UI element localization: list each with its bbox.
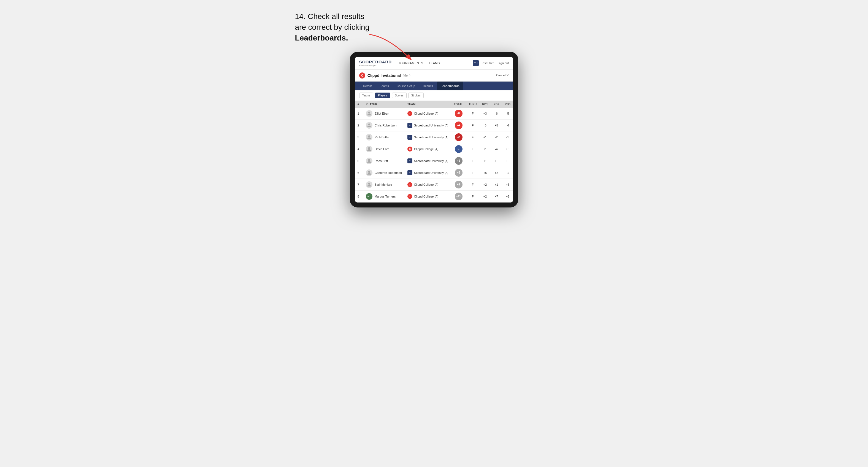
col-thru: THRU bbox=[466, 101, 479, 108]
svg-point-4 bbox=[368, 147, 370, 149]
cell-player: Blair McHarg bbox=[363, 179, 405, 190]
cell-rank: 5 bbox=[355, 155, 363, 167]
cell-rd3: -4 bbox=[502, 119, 513, 131]
top-nav: SCOREBOARD Powered by clippd TOURNAMENTS… bbox=[355, 57, 513, 70]
team-name: Scoreboard University [A] bbox=[414, 159, 448, 162]
cell-rd3: -1 bbox=[502, 131, 513, 143]
cell-player: David Ford bbox=[363, 143, 405, 155]
score-badge: +1 bbox=[455, 157, 463, 165]
tab-details[interactable]: Details bbox=[359, 82, 376, 90]
col-rank: # bbox=[355, 101, 363, 108]
tab-teams[interactable]: Teams bbox=[376, 82, 393, 90]
cell-rd3: E bbox=[502, 155, 513, 167]
cell-team: CClippd College [A] bbox=[405, 179, 451, 190]
cell-rank: 7 bbox=[355, 179, 363, 190]
cell-total: +6 bbox=[451, 167, 466, 179]
col-team: TEAM bbox=[405, 101, 451, 108]
cell-team: CClippd College [A] bbox=[405, 143, 451, 155]
tab-course-setup[interactable]: Course Setup bbox=[393, 82, 419, 90]
tab-results[interactable]: Results bbox=[419, 82, 437, 90]
cell-rd2: -6 bbox=[491, 108, 502, 120]
cell-team: ≡Scoreboard University [A] bbox=[405, 167, 451, 179]
leaderboard-table: # PLAYER TEAM TOTAL THRU RD1 RD2 RD3 1El… bbox=[355, 101, 513, 203]
cancel-button[interactable]: Cancel ✕ bbox=[496, 73, 509, 77]
cell-player: MTMarcus Turners bbox=[363, 190, 405, 202]
instruction-bold: Leaderboards. bbox=[295, 34, 348, 42]
cell-rank: 2 bbox=[355, 119, 363, 131]
cell-rd1: +3 bbox=[479, 108, 491, 120]
team-name: Clippd College [A] bbox=[414, 183, 438, 186]
cell-rank: 6 bbox=[355, 167, 363, 179]
player-name: Blair McHarg bbox=[375, 183, 392, 186]
cell-player: Elliot Ebert bbox=[363, 108, 405, 120]
cell-rd2: E bbox=[491, 155, 502, 167]
cell-team: CClippd College [A] bbox=[405, 108, 451, 120]
cell-thru: F bbox=[466, 167, 479, 179]
table-row: 2Chris Robertson≡Scoreboard University [… bbox=[355, 119, 513, 131]
nav-right: TU Test User | Sign out bbox=[473, 60, 509, 66]
user-name: Test User | bbox=[481, 61, 495, 65]
cell-total: +1 bbox=[451, 155, 466, 167]
cell-total: +11 bbox=[451, 190, 466, 202]
cell-rd3: +3 bbox=[502, 143, 513, 155]
sign-out-link[interactable]: Sign out bbox=[498, 61, 509, 65]
cell-thru: F bbox=[466, 119, 479, 131]
cell-rd2: -2 bbox=[491, 131, 502, 143]
nav-teams[interactable]: TEAMS bbox=[429, 60, 440, 66]
cell-player: Rees Britt bbox=[363, 155, 405, 167]
cell-thru: F bbox=[466, 155, 479, 167]
cell-total: E bbox=[451, 143, 466, 155]
cell-rd3: +6 bbox=[502, 179, 513, 190]
svg-point-6 bbox=[368, 171, 370, 173]
score-badge: -2 bbox=[455, 133, 463, 141]
svg-point-2 bbox=[368, 123, 370, 125]
cell-rd3: -1 bbox=[502, 167, 513, 179]
cell-total: -2 bbox=[451, 131, 466, 143]
instruction-line2: are correct by clicking bbox=[295, 23, 370, 31]
table-header: # PLAYER TEAM TOTAL THRU RD1 RD2 RD3 bbox=[355, 101, 513, 108]
team-name: Scoreboard University [A] bbox=[414, 171, 448, 175]
filter-bar: Teams Players Scores Strokes bbox=[355, 90, 513, 101]
cell-team: CClippd College [A] bbox=[405, 190, 451, 202]
cell-rd2: +7 bbox=[491, 190, 502, 202]
filter-strokes[interactable]: Strokes bbox=[408, 93, 424, 98]
player-name: Rich Butler bbox=[375, 135, 390, 139]
score-badge: +6 bbox=[455, 169, 463, 177]
device-wrapper: SCOREBOARD Powered by clippd TOURNAMENTS… bbox=[350, 52, 518, 208]
cell-thru: F bbox=[466, 190, 479, 202]
team-name: Clippd College [A] bbox=[414, 147, 438, 151]
instruction-text: 14. Check all results are correct by cli… bbox=[295, 11, 400, 43]
player-avatar bbox=[366, 169, 372, 176]
svg-point-7 bbox=[368, 183, 370, 185]
instruction-line1: 14. Check all results bbox=[295, 12, 365, 21]
player-name: Elliot Ebert bbox=[375, 112, 389, 115]
team-icon-scoreboard: ≡ bbox=[407, 135, 412, 140]
cell-thru: F bbox=[466, 108, 479, 120]
cell-rank: 4 bbox=[355, 143, 363, 155]
team-icon-clippd: C bbox=[407, 194, 412, 199]
cell-rank: 3 bbox=[355, 131, 363, 143]
player-name: Marcus Turners bbox=[375, 195, 396, 198]
cell-total: +9 bbox=[451, 179, 466, 190]
cell-thru: F bbox=[466, 131, 479, 143]
nav-tournaments[interactable]: TOURNAMENTS bbox=[398, 60, 423, 66]
tournament-icon: C bbox=[359, 72, 365, 79]
player-name: Chris Robertson bbox=[375, 124, 396, 127]
cell-rd3: -5 bbox=[502, 108, 513, 120]
cell-rd2: +2 bbox=[491, 167, 502, 179]
cell-total: -8 bbox=[451, 108, 466, 120]
col-rd1: RD1 bbox=[479, 101, 491, 108]
player-name: Cameron Robertson bbox=[375, 171, 402, 175]
cell-rd2: +5 bbox=[491, 119, 502, 131]
filter-scores[interactable]: Scores bbox=[392, 93, 407, 98]
device-screen: SCOREBOARD Powered by clippd TOURNAMENTS… bbox=[355, 57, 513, 203]
filter-teams[interactable]: Teams bbox=[359, 93, 373, 98]
team-name: Clippd College [A] bbox=[414, 195, 438, 198]
cell-rd1: +1 bbox=[479, 131, 491, 143]
tab-leaderboards[interactable]: Leaderboards bbox=[437, 82, 463, 90]
filter-players[interactable]: Players bbox=[375, 93, 390, 98]
table-row: 5Rees Britt≡Scoreboard University [A]+1F… bbox=[355, 155, 513, 167]
svg-point-3 bbox=[368, 135, 370, 137]
player-avatar bbox=[366, 158, 372, 164]
cell-team: ≡Scoreboard University [A] bbox=[405, 131, 451, 143]
